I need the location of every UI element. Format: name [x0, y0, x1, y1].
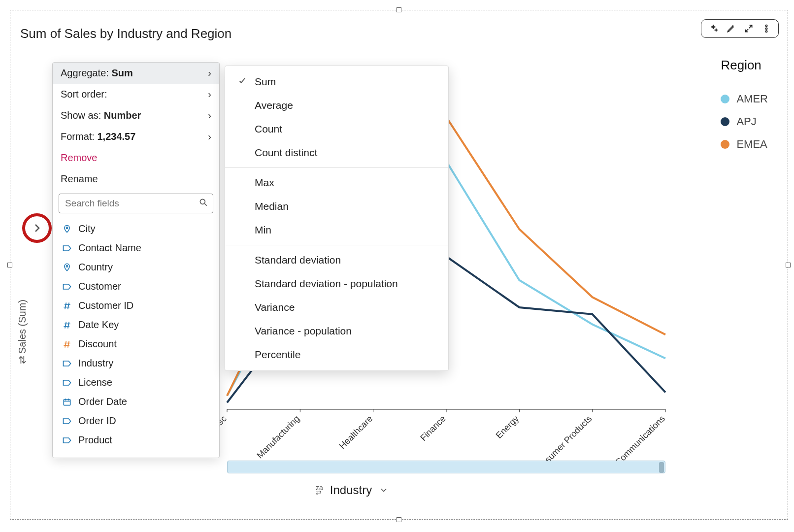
field-item[interactable]: Country: [53, 258, 219, 277]
x-tick-label: Healthcare: [337, 414, 375, 451]
resize-handle-right[interactable]: [786, 263, 791, 267]
aggregate-label: Variance: [255, 301, 295, 313]
aggregate-option[interactable]: Standard deviation: [225, 248, 448, 272]
field-list: CityContact NameCountryCustomerCustomer …: [53, 217, 219, 452]
field-item[interactable]: City: [53, 219, 219, 238]
menu-separator: [225, 167, 448, 168]
legend-item[interactable]: EMEA: [721, 138, 768, 151]
svg-point-2: [765, 31, 767, 32]
menu-format[interactable]: Format: 1,234.57 ›: [53, 126, 219, 147]
svg-point-11: [200, 199, 205, 204]
expand-button[interactable]: [743, 23, 755, 34]
chevron-right-icon: ›: [208, 89, 211, 100]
field-item[interactable]: Industry: [53, 354, 219, 373]
legend-swatch: [721, 140, 729, 149]
resize-handle-bottom[interactable]: [397, 517, 401, 522]
tag-icon: [62, 359, 72, 368]
svg-point-0: [765, 25, 767, 27]
menu-show-as[interactable]: Show as: Number ›: [53, 105, 219, 126]
edit-button[interactable]: [725, 23, 737, 34]
chart-title: Sum of Sales by Industry and Region: [20, 26, 232, 41]
visual-panel: Sum of Sales by Industry and Region ⇅Sal…: [10, 10, 788, 520]
menu-aggregate[interactable]: Aggregate: Sum ›: [53, 63, 219, 84]
aggregate-submenu: SumAverageCountCount distinctMaxMedianMi…: [225, 66, 449, 371]
field-item[interactable]: Discount: [53, 334, 219, 354]
aggregate-label: Standard deviation - population: [255, 278, 398, 290]
aggregate-option[interactable]: Count distinct: [225, 141, 448, 165]
scrollbar-thumb[interactable]: [659, 462, 664, 473]
field-label: Date Key: [78, 319, 119, 331]
svg-point-12: [66, 227, 67, 228]
aggregate-label: Average: [255, 100, 293, 111]
legend-swatch: [721, 117, 729, 126]
aggregate-option[interactable]: Percentile: [225, 343, 448, 366]
field-item[interactable]: Customer ID: [53, 296, 219, 315]
field-item[interactable]: Product: [53, 431, 219, 450]
field-label: Order Date: [78, 396, 127, 407]
tag-icon: [62, 378, 72, 388]
field-label: Discount: [78, 338, 117, 350]
hash-icon: [62, 301, 72, 311]
calendar-icon: [62, 397, 72, 407]
aggregate-option[interactable]: Variance - population: [225, 319, 448, 343]
more-options-button[interactable]: [761, 23, 772, 34]
y-axis-label[interactable]: ⇅Sales (Sum): [16, 299, 28, 365]
aggregate-option[interactable]: Max: [225, 171, 448, 195]
field-item[interactable]: Customer: [53, 277, 219, 296]
field-item[interactable]: Order Date: [53, 392, 219, 411]
menu-sort-order[interactable]: Sort order: ›: [53, 84, 219, 105]
legend-label: AMER: [736, 93, 768, 105]
resize-handle-top[interactable]: [397, 7, 401, 12]
hash-icon: [62, 320, 72, 330]
svg-point-1: [765, 28, 767, 29]
legend-item[interactable]: APJ: [721, 115, 768, 128]
field-item[interactable]: License: [53, 373, 219, 392]
field-label: Contact Name: [78, 242, 141, 254]
aggregate-label: Count distinct: [255, 147, 317, 159]
geo-pin-icon: [62, 224, 72, 234]
checkmark-icon: [238, 76, 248, 88]
menu-remove[interactable]: Remove: [53, 147, 219, 168]
menu-separator: [225, 245, 448, 245]
search-fields-input[interactable]: [59, 194, 213, 213]
chevron-right-icon: ›: [208, 110, 211, 121]
chevron-down-icon: [379, 485, 389, 495]
aggregate-option[interactable]: Sum: [225, 70, 448, 94]
visual-toolbar: [701, 19, 779, 38]
hash-icon: [62, 339, 72, 349]
x-tick-label: Communications: [613, 414, 667, 467]
field-label: Industry: [78, 358, 113, 369]
aggregate-label: Percentile: [255, 349, 300, 361]
legend: Region AMERAPJEMEA: [721, 58, 768, 161]
field-label: Customer ID: [78, 300, 133, 311]
aggregate-label: Max: [255, 177, 274, 189]
aggregate-label: Sum: [255, 76, 276, 88]
field-label: License: [78, 377, 112, 388]
aggregate-option[interactable]: Median: [225, 195, 448, 218]
legend-item[interactable]: AMER: [721, 93, 768, 105]
x-axis-label[interactable]: za⇄ Industry: [316, 483, 389, 497]
field-item[interactable]: Contact Name: [53, 238, 219, 258]
field-item[interactable]: Order ID: [53, 411, 219, 431]
menu-rename[interactable]: Rename: [53, 168, 219, 190]
sort-descending-icon: za⇄: [316, 485, 323, 495]
tag-icon: [62, 282, 72, 292]
aggregate-option[interactable]: Standard deviation - population: [225, 272, 448, 296]
field-well-expand-button[interactable]: [22, 213, 52, 243]
aggregate-option[interactable]: Average: [225, 94, 448, 117]
aggregate-option[interactable]: Count: [225, 117, 448, 141]
chevron-right-icon: ›: [208, 67, 211, 79]
aggregate-option[interactable]: Variance: [225, 296, 448, 319]
aggregate-label: Variance - population: [255, 325, 352, 337]
aggregate-option[interactable]: Min: [225, 218, 448, 242]
aggregate-label: Standard deviation: [255, 254, 341, 266]
legend-swatch: [721, 95, 729, 103]
x-axis-scrollbar[interactable]: [227, 461, 665, 473]
x-tick-label: Energy: [494, 414, 521, 440]
resize-handle-left[interactable]: [7, 263, 12, 267]
geo-pin-icon: [62, 263, 72, 272]
field-context-menu: Aggregate: Sum › Sort order: › Show as: …: [52, 62, 220, 458]
field-item[interactable]: Date Key: [53, 315, 219, 334]
autograph-button[interactable]: [707, 23, 719, 34]
aggregate-label: Min: [255, 224, 271, 236]
